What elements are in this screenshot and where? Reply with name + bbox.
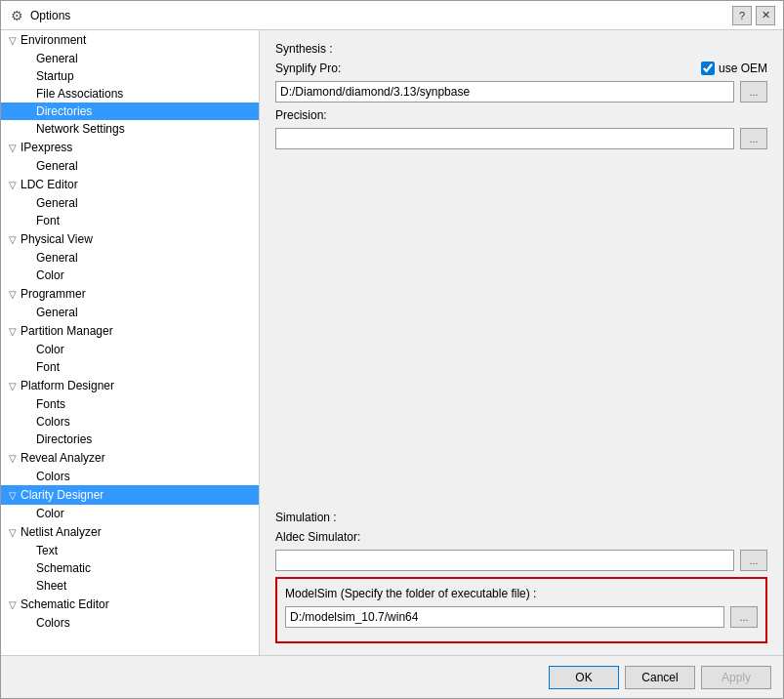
synplify-input[interactable] <box>275 81 734 103</box>
ok-button[interactable]: OK <box>549 666 619 689</box>
synthesis-label: Synthesis : <box>275 42 767 56</box>
tree-label: Netlist Analyzer <box>21 525 102 539</box>
tree-item-colors2[interactable]: Colors <box>1 468 259 485</box>
toggle-icon: ▽ <box>5 140 21 155</box>
tree-label: Schematic Editor <box>21 597 109 611</box>
tree-item-directories[interactable]: Directories <box>1 103 259 120</box>
tree-label: Directories <box>36 104 92 118</box>
tree-label: File Associations <box>36 87 123 101</box>
title-controls: ? ✕ <box>732 6 775 25</box>
tree-item-partition-manager[interactable]: ▽ Partition Manager <box>1 321 259 341</box>
tree-label: General <box>36 159 78 173</box>
tree-item-font1[interactable]: Font <box>1 212 259 229</box>
tree-label: General <box>36 306 78 319</box>
use-oem-label: use OEM <box>719 62 767 75</box>
use-oem-row: use OEM <box>701 62 767 75</box>
synplify-row: Synplify Pro: use OEM <box>275 62 767 75</box>
synplify-path-row: ... <box>275 81 767 103</box>
tree-label: Color <box>36 343 64 356</box>
tree-item-color1[interactable]: Color <box>1 267 259 284</box>
dialog-footer: OK Cancel Apply <box>1 655 783 698</box>
synplify-browse-button[interactable]: ... <box>740 81 767 103</box>
tree-label: Network Settings <box>36 122 125 136</box>
tree-item-reveal-analyzer[interactable]: ▽ Reveal Analyzer <box>1 448 259 468</box>
tree-label: Sheet <box>36 579 66 593</box>
tree-item-colors3[interactable]: Colors <box>1 614 259 632</box>
tree-item-general1[interactable]: General <box>1 50 259 67</box>
tree-label: Color <box>36 507 64 520</box>
tree-item-schematic1[interactable]: Schematic <box>1 559 259 577</box>
tree-item-font2[interactable]: Font <box>1 358 259 376</box>
tree-label: Colors <box>36 470 70 483</box>
tree-item-netlist-analyzer[interactable]: ▽ Netlist Analyzer <box>1 522 259 542</box>
tree-item-directories2[interactable]: Directories <box>1 431 259 448</box>
tree-label: Directories <box>36 432 92 446</box>
synthesis-section: Synthesis : Synplify Pro: use OEM ... Pr… <box>275 42 767 155</box>
tree-item-color3[interactable]: Color <box>1 505 259 522</box>
toggle-icon: ▽ <box>5 286 21 302</box>
tree-label: General <box>36 251 78 265</box>
aldec-path-row: ... <box>275 550 767 571</box>
tree-item-color2[interactable]: Color <box>1 341 259 358</box>
close-button[interactable]: ✕ <box>756 6 775 25</box>
tree-item-general4[interactable]: General <box>1 249 259 267</box>
toggle-icon: ▽ <box>5 524 21 540</box>
tree-item-programmer[interactable]: ▽ Programmer <box>1 284 259 304</box>
modelsim-input[interactable] <box>285 606 724 628</box>
tree-item-general3[interactable]: General <box>1 194 259 212</box>
tree-label: IPexpress <box>21 141 72 154</box>
tree-label: Font <box>36 214 60 227</box>
aldec-label-row: Aldec Simulator: <box>275 530 767 544</box>
modelsim-browse-button[interactable]: ... <box>730 606 758 628</box>
tree-item-ldc-editor[interactable]: ▽ LDC Editor <box>1 175 259 194</box>
aldec-label: Aldec Simulator: <box>275 530 360 544</box>
tree-label: LDC Editor <box>21 178 78 191</box>
tree-label: Environment <box>21 33 86 47</box>
help-button[interactable]: ? <box>732 6 752 25</box>
toggle-icon: ▽ <box>5 177 21 192</box>
tree-item-startup[interactable]: Startup <box>1 67 259 85</box>
toggle-icon: ▽ <box>5 596 21 612</box>
tree-item-environment[interactable]: ▽ Environment <box>1 30 259 50</box>
right-panel: Synthesis : Synplify Pro: use OEM ... Pr… <box>260 30 783 655</box>
tree-label: Text <box>36 544 58 557</box>
tree-label: Reveal Analyzer <box>21 451 105 465</box>
tree-item-colors1[interactable]: Colors <box>1 413 259 431</box>
tree-item-text1[interactable]: Text <box>1 542 259 559</box>
precision-path-row: ... <box>275 128 767 149</box>
simulation-section: Simulation : Aldec Simulator: ... ModelS… <box>275 511 767 643</box>
toggle-icon: ▽ <box>5 323 21 339</box>
dialog-title: Options <box>30 9 732 22</box>
dialog-body: ▽ Environment General Startup File Assoc… <box>1 30 783 655</box>
tree-item-file-assoc[interactable]: File Associations <box>1 85 259 103</box>
tree-label: Clarity Designer <box>21 488 103 502</box>
tree-item-platform-designer[interactable]: ▽ Platform Designer <box>1 376 259 395</box>
tree-label: Physical View <box>21 232 93 246</box>
apply-button[interactable]: Apply <box>701 666 771 689</box>
tree-item-clarity-designer[interactable]: ▽ Clarity Designer <box>1 485 259 505</box>
modelsim-label: ModelSim (Specify the folder of executab… <box>285 587 758 600</box>
use-oem-checkbox[interactable] <box>701 62 715 75</box>
aldec-browse-button[interactable]: ... <box>740 550 767 571</box>
toggle-icon: ▽ <box>5 378 21 393</box>
tree-item-schematic-editor[interactable]: ▽ Schematic Editor <box>1 595 259 614</box>
toggle-icon: ▽ <box>5 32 21 48</box>
tree-label: Colors <box>36 415 70 429</box>
tree-item-general5[interactable]: General <box>1 304 259 321</box>
tree-label: Partition Manager <box>21 324 113 338</box>
precision-label-row: Precision: <box>275 108 767 122</box>
tree-item-physical-view[interactable]: ▽ Physical View <box>1 229 259 249</box>
precision-browse-button[interactable]: ... <box>740 128 767 149</box>
tree-item-general2[interactable]: General <box>1 157 259 175</box>
tree-item-fonts1[interactable]: Fonts <box>1 395 259 413</box>
precision-input[interactable] <box>275 128 734 149</box>
aldec-input[interactable] <box>275 550 734 571</box>
modelsim-path-row: ... <box>285 606 758 628</box>
tree-item-ipexpress[interactable]: ▽ IPexpress <box>1 138 259 157</box>
tree-item-sheet1[interactable]: Sheet <box>1 577 259 595</box>
modelsim-box: ModelSim (Specify the folder of executab… <box>275 577 767 643</box>
cancel-button[interactable]: Cancel <box>625 666 695 689</box>
tree-item-network[interactable]: Network Settings <box>1 120 259 138</box>
tree-panel: ▽ Environment General Startup File Assoc… <box>1 30 260 655</box>
tree-label: Startup <box>36 69 74 83</box>
